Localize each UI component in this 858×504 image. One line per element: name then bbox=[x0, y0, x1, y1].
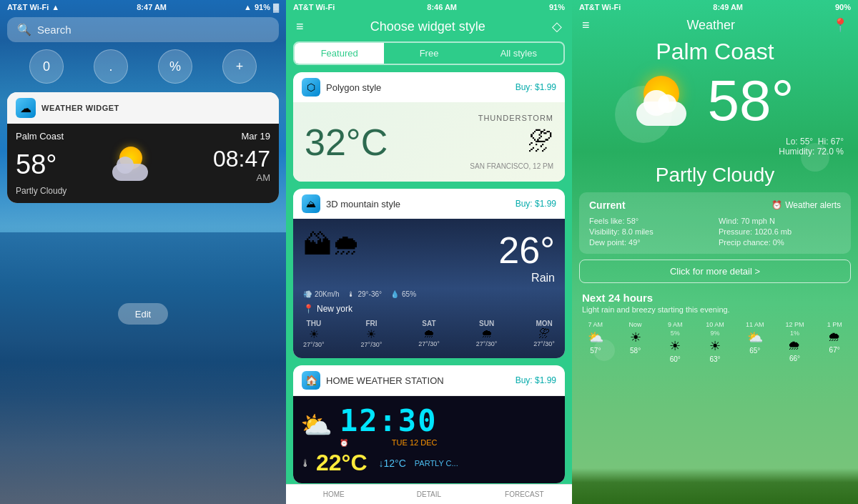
p3-pressure: Pressure: 1020.6 mb bbox=[719, 227, 841, 236]
mountain-icon: ⛰ bbox=[302, 194, 320, 213]
p3-dew-point: Dew point: 49° bbox=[589, 238, 711, 247]
status-right: ▲ 91% ▓ bbox=[244, 3, 279, 11]
mountain-price[interactable]: Buy: $1.99 bbox=[516, 199, 556, 209]
tab-all-styles[interactable]: All styles bbox=[474, 43, 563, 64]
keypad-plus[interactable]: + bbox=[222, 49, 257, 84]
status-bar-panel2: AT&T Wi-Fi 8:46 AM 91% bbox=[286, 0, 572, 14]
mountain-top-row: 🏔🌧 26° Rain bbox=[303, 229, 555, 285]
polygon-condition: THUNDERSTORM bbox=[470, 114, 553, 122]
status-bar-panel1: AT&T Wi-Fi ▲ 8:47 AM ▲ 91% ▓ bbox=[0, 0, 286, 14]
weather-widget[interactable]: ☁ WEATHER WIDGET Palm Coast Mar 19 58° 0… bbox=[7, 92, 279, 203]
polygon-card[interactable]: ⬡ Polygon style Buy: $1.99 32°C THUNDERS… bbox=[293, 72, 565, 182]
station-drop-temp: ↓12°C bbox=[379, 458, 406, 469]
status-bar-panel3: AT&T Wi-Fi 8:49 AM 90% bbox=[572, 0, 858, 14]
keypad-pct[interactable]: % bbox=[158, 49, 192, 84]
polygon-price[interactable]: Buy: $1.99 bbox=[516, 82, 556, 92]
keypad-dot[interactable]: . bbox=[94, 49, 128, 84]
tab-detail[interactable]: DETAIL bbox=[381, 485, 476, 504]
station-time-col: 12:30 ⏰ TUE 12 DEC bbox=[340, 403, 437, 447]
mountain-temp-col: 26° Rain bbox=[498, 229, 555, 285]
p3-feels-like: Feels like: 58° bbox=[589, 217, 711, 225]
p3-location-icon[interactable]: 📍 bbox=[832, 17, 848, 33]
station-price[interactable]: Buy: $1.99 bbox=[516, 375, 556, 385]
mountain-location: 📍 New york bbox=[303, 304, 555, 314]
wind-detail: 💨 20Km/h bbox=[303, 290, 339, 298]
p3-alerts[interactable]: ⏰ Weather alerts bbox=[771, 200, 841, 210]
temp-range-detail: 🌡 29°-36° bbox=[347, 290, 382, 298]
station-name: HOME WEATHER STATION bbox=[326, 375, 444, 386]
panel2-header: ≡ Choose widget style ◇ bbox=[286, 14, 572, 41]
hourly-2: 9 AM 5% ☀ 60° bbox=[656, 318, 694, 366]
mountain-forecast: THU ☀ 27°/30° FRI ☀ 27°/30° SAT 🌧 27°/30… bbox=[303, 320, 555, 348]
tab-free[interactable]: Free bbox=[384, 43, 473, 64]
hourly-3: 10 AM 9% ☀ 63° bbox=[696, 318, 734, 366]
widget-title: WEATHER WIDGET bbox=[41, 104, 119, 112]
forecast-fri: FRI ☀ 27°/30° bbox=[361, 320, 383, 348]
search-bar[interactable]: 🔍 Search bbox=[7, 17, 279, 42]
forecast-mon: MON ⛈ 27°/30° bbox=[533, 320, 555, 348]
menu-icon[interactable]: ≡ bbox=[296, 19, 304, 34]
battery-label: 91% bbox=[255, 3, 270, 11]
station-card[interactable]: 🏠 HOME WEATHER STATION Buy: $1.99 ⛅ 12:3… bbox=[293, 365, 565, 483]
keypad-row: 0 . % + bbox=[0, 45, 286, 88]
diamond-icon[interactable]: ◇ bbox=[552, 19, 562, 34]
tab-featured[interactable]: Featured bbox=[295, 43, 384, 64]
tab-home[interactable]: HOME bbox=[286, 485, 381, 504]
edit-button[interactable]: Edit bbox=[118, 303, 168, 325]
p3-info-section: Current ⏰ Weather alerts Feels like: 58°… bbox=[579, 192, 851, 254]
p3-precip: Precip chance: 0% bbox=[719, 238, 841, 247]
p3-forecast-desc: Light rain and breezy starting this even… bbox=[572, 305, 858, 318]
polygon-location: SAN FRANCISCO, 12 PM bbox=[470, 162, 553, 170]
p3-carrier: AT&T Wi-Fi bbox=[579, 3, 621, 11]
p3-time: 8:49 AM bbox=[713, 3, 743, 11]
search-text: Search bbox=[37, 24, 72, 36]
mountain-icon-art: 🏔🌧 bbox=[303, 229, 360, 261]
alert-icon: ⏰ bbox=[771, 200, 782, 210]
orb3 bbox=[593, 340, 615, 361]
polygon-name: Polygon style bbox=[326, 82, 381, 93]
station-temp-row: 🌡 22°C ↓12°C PARTLY C... bbox=[300, 450, 558, 476]
p3-weather-icon bbox=[636, 76, 701, 126]
p2-carrier: AT&T Wi-Fi bbox=[293, 3, 335, 11]
p2-time: 8:46 AM bbox=[427, 3, 457, 11]
panel-widget-chooser: AT&T Wi-Fi 8:46 AM 91% ≡ Choose widget s… bbox=[286, 0, 572, 504]
widget-location: Palm Coast bbox=[16, 131, 64, 142]
panel3-header: ≡ Weather 📍 bbox=[572, 14, 858, 33]
panel-weather-app: AT&T Wi-Fi 8:49 AM 90% ≡ Weather 📍 Palm … bbox=[572, 0, 858, 504]
hourly-1: Now ☀ 58° bbox=[616, 318, 655, 366]
p3-info-grid: Feels like: 58° Wind: 70 mph N Visibilit… bbox=[589, 217, 841, 247]
p3-hourly: 7 AM ⛅ 57° Now ☀ 58° 9 AM 5% ☀ 60° 10 AM… bbox=[572, 318, 858, 366]
widget-weather-icon bbox=[112, 147, 158, 182]
tab-forecast[interactable]: FORECAST bbox=[477, 485, 572, 504]
forecast-sun: SUN 🌧 27°/30° bbox=[476, 320, 498, 348]
panel-home-screen: AT&T Wi-Fi ▲ 8:47 AM ▲ 91% ▓ 🔍 Search 0 … bbox=[0, 0, 286, 504]
grass-overlay bbox=[572, 468, 858, 504]
widget-body: Palm Coast Mar 19 58° 08:47 AM Partly Cl… bbox=[7, 124, 279, 203]
station-card-header: 🏠 HOME WEATHER STATION Buy: $1.99 bbox=[293, 365, 565, 396]
polygon-body: 32°C THUNDERSTORM ⛈ SAN FRANCISCO, 12 PM bbox=[293, 102, 565, 182]
p3-menu-icon[interactable]: ≡ bbox=[582, 18, 590, 33]
widget-main-row: 58° 08:47 AM bbox=[16, 146, 270, 183]
keypad-0[interactable]: 0 bbox=[29, 49, 64, 84]
p3-next24-label: Next 24 hours bbox=[572, 289, 858, 305]
widget-temp: 58° bbox=[16, 149, 56, 180]
station-icon: 🏠 bbox=[302, 371, 320, 390]
p3-wind: Wind: 70 mph N bbox=[719, 217, 841, 225]
polygon-icon: ⬡ bbox=[302, 78, 320, 97]
p3-alerts-label: Weather alerts bbox=[785, 200, 841, 210]
mountain-details: 💨 20Km/h 🌡 29°-36° 💧 65% bbox=[303, 290, 555, 298]
mountain-card[interactable]: ⛰ 3D mountain style Buy: $1.99 🏔🌧 26° Ra… bbox=[293, 189, 565, 358]
station-date: TUE 12 DEC bbox=[392, 438, 438, 447]
mountain-card-header: ⛰ 3D mountain style Buy: $1.99 bbox=[293, 189, 565, 219]
mountain-body: 🏔🌧 26° Rain 💨 20Km/h 🌡 29°-36° 💧 65% 📍 N… bbox=[293, 219, 565, 358]
forecast-thu: THU ☀ 27°/30° bbox=[303, 320, 325, 348]
search-icon: 🔍 bbox=[17, 23, 31, 36]
polygon-card-header: ⬡ Polygon style Buy: $1.99 bbox=[293, 72, 565, 102]
widget-app-icon: ☁ bbox=[16, 98, 36, 118]
mountain-condition: Rain bbox=[498, 272, 555, 285]
mountain-name: 3D mountain style bbox=[326, 199, 400, 209]
detail-button[interactable]: Click for more detail > bbox=[579, 260, 851, 283]
polygon-card-header-left: ⬡ Polygon style bbox=[302, 78, 381, 97]
widget-date: Mar 19 bbox=[242, 131, 270, 142]
p3-title: Weather bbox=[686, 18, 735, 33]
